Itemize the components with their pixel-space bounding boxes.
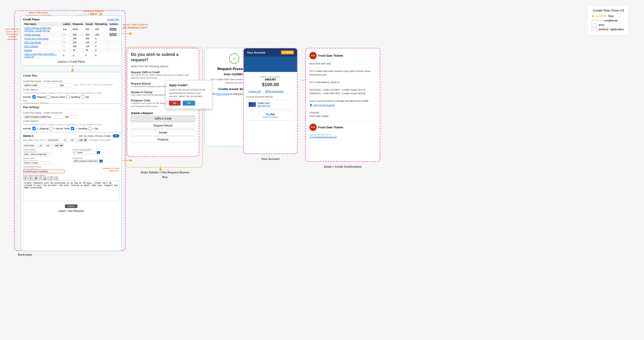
ya-balance-amount-label: AMOUNT [246,78,294,81]
credit-plan-label: Credit Plan [72,157,119,159]
your-account-panel: Your Account 🏷 56:05 CREDIT BALANCE AMOU… [243,48,298,154]
ps-name-input[interactable] [23,115,62,119]
order-details-subtitle: Select from the following options: [131,65,195,68]
toggle-on[interactable]: ON [113,134,120,137]
tax-checkbox[interactable] [81,95,84,99]
credit-options-note: Credit Amount is inclusive of Base + Ser… [23,92,119,94]
toolbar-italic[interactable]: I [39,176,42,180]
table-row: 100% Festival Credit Plan 01/12/21 – 12:… [23,26,119,33]
ps-include-row: Include: ✓ Shipping × Secure Ticket ✓ Ha… [23,127,119,130]
email-credit-balance: FGT Credit Balance: $100.00 [309,80,376,84]
col-actions: Actions [108,22,119,26]
btn-donate[interactable]: Donate [131,130,195,136]
plan-name-link[interactable]: Excuse [24,49,32,51]
end-ampm-select[interactable]: AMPM [53,144,64,147]
fgt-footer-icon: FGT [309,124,317,131]
ya-billing-tab[interactable]: Billing Information [263,90,286,93]
email-support[interactable]: support@frontgatetickets.com [309,136,337,138]
btn-150-credit[interactable]: 150% in Credit [131,116,195,122]
create-plan-title: Create Plan [23,74,119,78]
apply-credit-yes[interactable]: Yes [183,101,195,106]
toolbar-link[interactable]: 🔗 [48,176,54,180]
table-row: HARD Summer—500300200Issue [23,33,119,37]
report-classification-btn[interactable]: + [97,151,100,154]
toolbar-bold[interactable]: B [34,176,38,180]
shipping-checkbox[interactable] [32,95,36,99]
apply-credit-no[interactable]: No [169,101,181,106]
ya-contact-tab[interactable]: Contact Info [246,90,263,93]
post-submit-header-label: Post Submit Header [23,166,64,168]
button-label-input[interactable] [23,161,51,165]
annotation-view-edit: View / Edit Plan [5,28,20,31]
post-submit-header-input[interactable] [23,170,64,173]
plan-name-link[interactable]: HARD Day of the Dead [24,37,48,40]
start-min-input[interactable] [70,138,76,142]
report-name-maxchar: Max 44 characters [23,151,70,153]
cp-note: max = 100% / max = 200% 5% increments [74,84,113,86]
plan-name-link[interactable]: 100% Credit Plan 01/21/2021 – 12:00 AM [24,53,57,58]
ps-amount-input[interactable] [64,115,77,119]
toolbar-redo[interactable]: ↻ [28,176,33,180]
annotation-insure-credit: Insures Credit to plans in the 'Remainin… [121,23,150,29]
your-account-label-below: Your Account [243,157,298,160]
credit-plans-panel: Credit Plans Create Plan Plan Name Label… [21,16,122,65]
ya-card-label: Credit Card [257,102,269,105]
email-signoff: Sincerely, [309,111,376,114]
plan-settings-title: Plan Settings [23,106,119,110]
ps-shipping-checkbox[interactable] [32,127,36,130]
ya-edit-card[interactable]: Edit Card Info [257,105,270,107]
end-date-input[interactable] [23,144,37,147]
issue-button[interactable]: Issue [109,33,116,36]
plan-name-link[interactable]: EDC Las Vegas [24,41,41,44]
issue-button[interactable]: Issue [109,28,116,31]
plan-name-link[interactable]: 100% Festival Credit Plan 01/12/21 – 12:… [24,27,51,32]
handling-checkbox[interactable] [66,95,70,99]
annotation-link-fan-request: Link to Fan Request Report [80,10,106,16]
post-submit-desc-label: Post Submit Description [23,174,119,176]
cp-amount-input[interactable] [59,84,72,87]
btn-request-refund[interactable]: Request Refund [131,123,195,129]
button-label-label: Button Label [23,157,70,159]
credit-plan-input[interactable] [72,159,98,163]
cp-amount-label: Credit Amount (%) [43,80,63,83]
fan-request-submit[interactable]: Submit [65,204,77,208]
btn-postpone[interactable]: Postpone [131,137,195,143]
toolbar-underline[interactable]: U [43,176,47,180]
email-footer-logo: FGT Front Gate Tickets [309,124,376,131]
col-remaining: Remaining [94,22,108,26]
submit-request-label: Submit a Request [131,112,195,115]
email-panel: FGT Front Gate Tickets Dear [First and L… [305,48,380,162]
ps-secure-checkbox[interactable] [49,127,53,130]
legend-flow: flow [591,14,624,18]
email-login-link[interactable]: Log in to My Account [313,103,335,107]
report-name-input[interactable] [23,153,51,156]
sort-label: Sort: Up | Down | Remove | Enable [79,135,111,137]
option-credit-title: Request 150% in Credit [131,71,195,74]
rp-account-link[interactable]: Your Account [216,93,230,95]
toolbar-list[interactable]: ≡ [54,176,58,180]
end-min-input[interactable] [46,144,52,147]
ps-handling-checkbox[interactable] [71,127,74,130]
start-date-input[interactable] [47,138,61,142]
ya-switch-paypal[interactable]: Switch to Paypal [249,116,292,118]
report-classification-input[interactable] [72,151,96,154]
request-buttons: Submit a Request 150% in Credit Request … [131,112,195,143]
ps-tax-checkbox[interactable] [88,127,92,130]
apply-credit-dialog: Apply Credit? Credit in the amount of $1… [166,80,212,109]
plan-name-link[interactable]: EDC Orlando [24,45,38,48]
credit-plan-btn[interactable]: + [99,160,103,162]
create-plan-link[interactable]: Create Plan [107,18,119,21]
secure-ticket-checkbox[interactable] [47,95,50,99]
toolbar-undo[interactable]: ↺ [23,176,28,180]
post-submit-desc-textarea[interactable]: Credit requests will be processed in as … [23,181,119,201]
start-time-input[interactable] [63,138,69,142]
start-ampm-select[interactable]: AMPM [77,138,88,142]
plan-name-link[interactable]: HARD Summer [24,33,40,36]
ya-balance-label: CREDIT BALANCE [246,76,294,78]
end-time-input[interactable] [39,144,45,147]
legend-product-label: product / application [599,28,624,31]
legend-flow-label: flow [609,14,614,18]
cp-name-input[interactable] [23,84,57,87]
order-details-label-below: Order Details > Fan Request Banner [127,171,203,174]
email-line1: FGT Credits have been issued to your Har… [309,69,376,77]
